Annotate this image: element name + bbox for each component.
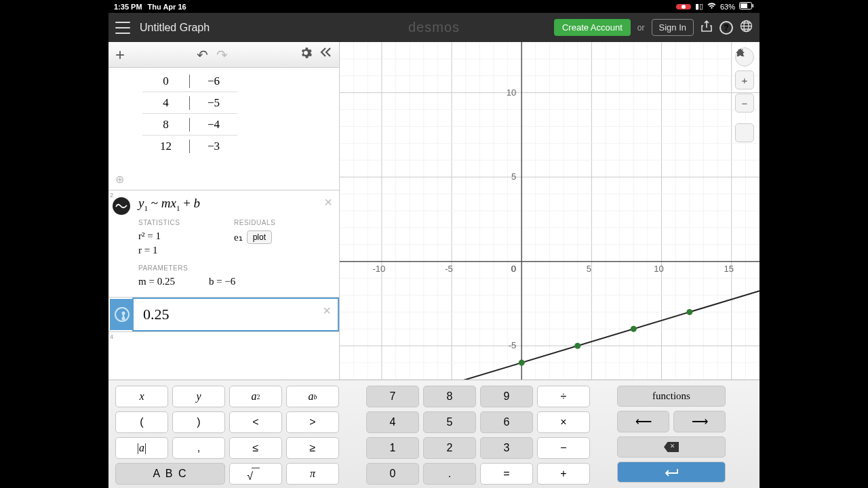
table-cell[interactable]: 0 [142,75,190,88]
key->[interactable]: > [286,411,339,433]
key-|a|[interactable]: |a| [115,437,168,459]
sqrt-key[interactable]: √ [229,463,282,485]
status-time: 1:35 PM [114,3,142,11]
data-table[interactable]: 0−6 4−5 8−4 12−3 [108,68,339,169]
plot-residuals-button[interactable]: plot [247,230,272,244]
key-,[interactable]: , [172,437,225,459]
expression-panel: + ↶ ↷ 0−6 [108,42,340,380]
active-expression-row[interactable]: × 0.25 [132,298,339,331]
help-icon[interactable]: ? [719,21,733,35]
key-5[interactable]: 5 [423,411,476,433]
delete-expression-icon[interactable]: × [324,195,332,210]
key-2[interactable]: 2 [423,437,476,459]
table-cell[interactable]: 8 [142,118,190,131]
status-date: Thu Apr 16 [148,3,186,11]
redo-icon[interactable]: ↷ [216,47,228,63]
collapse-panel-icon[interactable] [320,47,332,62]
row-number: 4 [110,333,113,340]
table-cell[interactable]: −3 [190,140,237,153]
key-6[interactable]: 6 [480,411,533,433]
row-number: 2 [110,192,113,199]
wifi-icon [707,3,716,11]
undo-icon[interactable]: ↶ [197,47,208,63]
or-label: or [637,23,645,33]
add-expression-button[interactable]: + [115,45,125,64]
key-−[interactable]: − [537,437,590,459]
key-7[interactable]: 7 [366,386,419,407]
r-value: r = 1 [138,245,234,256]
graph-title[interactable]: Untitled Graph [140,22,210,34]
key-≤[interactable]: ≤ [229,437,282,459]
svg-text:-10: -10 [373,264,386,274]
svg-text:5: 5 [511,171,516,182]
svg-rect-1 [741,3,747,8]
expression-input[interactable]: 0.25 [134,299,338,330]
key-.[interactable]: . [423,463,476,485]
svg-text:10: 10 [654,264,663,274]
key-0[interactable]: 0 [366,463,419,485]
regression-formula[interactable]: y1 ~ mx1 + b [138,196,330,212]
key-×[interactable]: × [537,411,590,433]
screen-record-indicator [676,4,691,9]
table-cell[interactable]: −5 [190,96,237,110]
table-cell[interactable]: −6 [190,75,237,88]
functions-key[interactable]: functions [617,386,726,407]
backspace-key[interactable] [617,436,726,458]
expression-visibility-toggle[interactable] [110,299,134,330]
settings-icon[interactable] [300,47,312,62]
menu-icon[interactable] [115,22,130,34]
delete-expression-icon[interactable]: × [323,303,331,319]
enter-key[interactable] [617,462,726,483]
graph-canvas[interactable]: -10-5051015-55100 + − [340,42,760,380]
key-)[interactable]: ) [172,411,225,433]
key-÷[interactable]: ÷ [537,386,590,407]
zoom-in-button[interactable]: + [735,70,754,89]
abc-key[interactable]: A B C [115,463,225,485]
desmos-logo: desmos [408,20,460,35]
table-cell[interactable]: −4 [190,118,237,131]
pi-key[interactable]: π [286,463,339,485]
key-a²[interactable]: a2 [229,386,282,407]
key-9[interactable]: 9 [480,386,533,407]
expression-toolbar: + ↶ ↷ [108,42,339,68]
regression-icon[interactable] [113,197,130,215]
svg-text:-5: -5 [509,340,517,350]
key-1[interactable]: 1 [366,437,419,459]
sign-in-button[interactable]: Sign In [652,19,694,36]
svg-rect-7 [122,313,123,319]
param-m: m = 0.25 [138,276,175,287]
svg-point-76 [686,309,692,315]
key-4[interactable]: 4 [366,411,419,433]
zoom-out-button[interactable]: − [735,94,754,113]
svg-text:0: 0 [511,264,516,274]
share-icon[interactable] [701,20,713,35]
arrow-left-key[interactable]: ⟵ [617,411,669,432]
statistics-heading: STATISTICS [138,219,234,226]
key-8[interactable]: 8 [423,386,476,407]
create-account-button[interactable]: Create Account [554,19,631,36]
svg-text:15: 15 [724,264,733,274]
regression-expression[interactable]: 2 × y1 ~ mx1 + b STATISTICS r² = 1 r = 1 [108,190,339,297]
math-keyboard: xya2ab()<>|a|,≤≥A B C√ π 789÷456×123−0.=… [108,380,760,488]
language-icon[interactable] [740,20,753,35]
battery-percent: 63% [720,3,735,11]
table-cell[interactable]: 4 [142,96,190,110]
svg-text:-5: -5 [445,264,453,274]
home-zoom-button[interactable] [735,123,754,142]
key-3[interactable]: 3 [480,437,533,459]
key-x[interactable]: x [115,386,168,407]
key-≥[interactable]: ≥ [286,437,339,459]
svg-point-75 [631,326,637,332]
key-aᵇ[interactable]: ab [286,386,339,407]
svg-point-74 [574,343,580,349]
key-([interactable]: ( [115,411,168,433]
key-=[interactable]: = [480,463,533,485]
key-y[interactable]: y [172,386,225,407]
key-<[interactable]: < [229,411,282,433]
table-cell[interactable]: 12 [142,140,190,153]
residuals-heading: RESIDUALS [234,219,330,226]
zoom-fit-icon[interactable]: ⊕ [108,169,339,190]
param-b: b = −6 [209,276,235,287]
arrow-right-key[interactable]: ⟶ [673,411,726,432]
key-+[interactable]: + [537,463,590,485]
